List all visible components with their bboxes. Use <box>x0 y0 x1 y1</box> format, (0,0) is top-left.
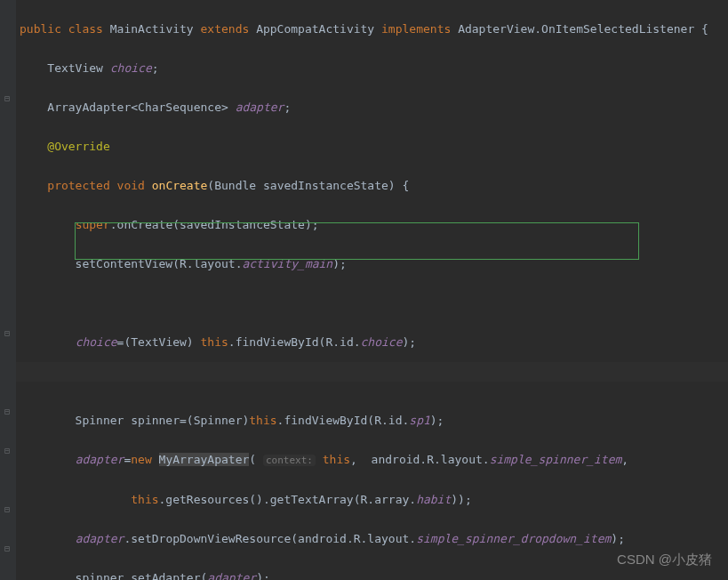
fold-icon[interactable]: ⊟ <box>3 89 12 98</box>
code-line: protected void onCreate(Bundle savedInst… <box>20 176 708 196</box>
code-line: @Override <box>20 137 708 157</box>
code-line: setContentView(R.layout.activity_main); <box>20 254 708 274</box>
code-line: adapter.setDropDownViewResource(android.… <box>20 529 708 549</box>
code-editor[interactable]: ⊟ ⊟ ⊟ ⊟ ⊟ ⊟ public class MainActivity ex… <box>0 0 728 580</box>
code-line: Spinner spinner=(Spinner)this.findViewBy… <box>20 411 708 431</box>
fold-icon[interactable]: ⊟ <box>3 539 12 548</box>
code-area[interactable]: public class MainActivity extends AppCom… <box>16 0 712 580</box>
code-line: TextView choice; <box>20 59 708 78</box>
code-line: adapter=new MyArrayApater( context: this… <box>20 450 708 471</box>
code-line: public class MainActivity extends AppCom… <box>20 20 708 39</box>
code-line <box>20 372 708 391</box>
code-line <box>20 294 708 313</box>
watermark: CSDN @小皮猪 <box>617 550 712 569</box>
warning-identifier: MyArrayApater <box>159 453 250 466</box>
code-line: ArrayAdapter<CharSequence> adapter; <box>20 98 708 117</box>
code-line: this.getResources().getTextArray(R.array… <box>20 490 708 510</box>
fold-icon[interactable]: ⊟ <box>3 441 12 450</box>
param-hint: context: <box>263 455 316 466</box>
code-line: spinner.setAdapter(adapter); <box>20 568 708 580</box>
fold-icon[interactable]: ⊟ <box>3 402 12 411</box>
code-line: super.onCreate(savedInstanceState); <box>20 215 708 235</box>
gutter: ⊟ ⊟ ⊟ ⊟ ⊟ ⊟ <box>0 0 16 580</box>
fold-icon[interactable]: ⊟ <box>3 500 12 509</box>
fold-icon[interactable]: ⊟ <box>3 324 12 333</box>
code-line: choice=(TextView) this.findViewById(R.id… <box>20 333 708 352</box>
